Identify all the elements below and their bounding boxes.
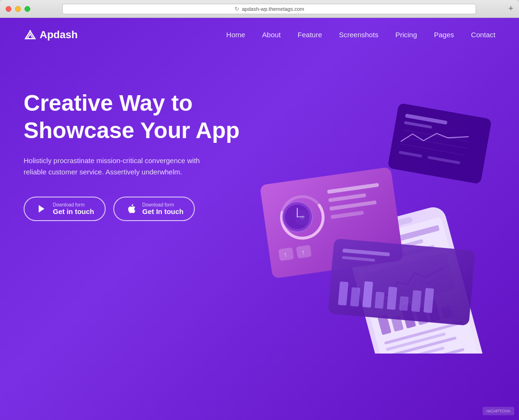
nav-menu: Home About Feature Screenshots Pricing P…: [226, 31, 495, 39]
apple-button-label: Download form: [142, 202, 184, 207]
nav-contact[interactable]: Contact: [471, 31, 495, 39]
url-text: apdash-wp.themetags.com: [242, 6, 304, 12]
logo-text: Apdash: [40, 29, 78, 41]
svg-rect-45: [375, 292, 385, 309]
browser-titlebar: ↻ apdash-wp.themetags.com +: [0, 0, 519, 18]
logo-link[interactable]: Apdash: [24, 28, 78, 41]
nav-pages[interactable]: Pages: [434, 31, 454, 39]
apple-button-text: Download form Get In touch: [142, 202, 184, 215]
refresh-icon: ↻: [234, 6, 239, 12]
minimize-button[interactable]: [15, 6, 21, 12]
apple-icon: [125, 202, 138, 215]
nav-about[interactable]: About: [262, 31, 281, 39]
play-button-main: Get in touch: [53, 207, 94, 215]
maximize-button[interactable]: [25, 6, 30, 12]
google-play-button[interactable]: Download form Get in touch: [24, 197, 106, 221]
nav-feature[interactable]: Feature: [298, 31, 322, 39]
cta-buttons-group: Download form Get in touch Download form: [24, 197, 250, 221]
navbar: Apdash Home About Feature Screenshots Pr…: [0, 18, 519, 52]
play-store-icon: [35, 202, 48, 215]
play-button-text: Download form Get in touch: [53, 202, 94, 215]
logo-icon: [24, 28, 37, 41]
svg-marker-1: [39, 205, 44, 213]
hero-text-block: Creative Way to Showcase Your App Holist…: [24, 90, 250, 221]
nav-pricing[interactable]: Pricing: [395, 31, 417, 39]
website-content: Apdash Home About Feature Screenshots Pr…: [0, 18, 519, 420]
browser-window: ↻ apdash-wp.themetags.com + Apdash Home …: [0, 0, 519, 420]
close-button[interactable]: [6, 6, 11, 12]
url-bar[interactable]: ↻ apdash-wp.themetags.com: [62, 4, 476, 14]
hero-subtitle: Holisticly procrastinate mission-critica…: [24, 155, 208, 178]
nav-home[interactable]: Home: [226, 31, 245, 39]
svg-rect-47: [399, 296, 409, 311]
hero-illustration: ↑ ↑: [245, 80, 510, 354]
app-mockup-svg: ↑ ↑: [245, 80, 510, 354]
hero-title: Creative Way to Showcase Your App: [24, 90, 250, 144]
play-button-label: Download form: [53, 202, 94, 207]
hero-section: Creative Way to Showcase Your App Holist…: [0, 52, 519, 416]
app-store-button[interactable]: Download form Get In touch: [113, 197, 195, 221]
watermark: reCAPTCHA: [483, 407, 514, 415]
nav-screenshots[interactable]: Screenshots: [339, 31, 378, 39]
new-tab-button[interactable]: +: [508, 4, 513, 14]
svg-rect-43: [350, 287, 360, 306]
svg-point-0: [29, 30, 31, 32]
apple-button-main: Get In touch: [142, 207, 184, 215]
